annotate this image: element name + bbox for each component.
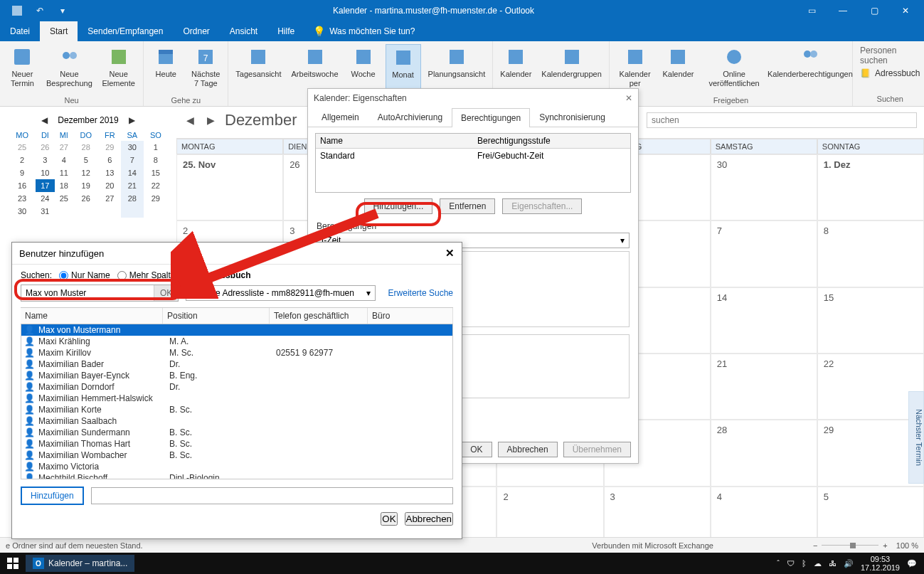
mini-cal-day[interactable]: 16 [9,179,36,192]
list-item[interactable]: 👤 Maximo Victoria [21,461,452,472]
col-telefon[interactable]: Telefon geschäftlich [270,308,368,324]
mini-cal-day[interactable]: 28 [73,141,99,154]
adduser-close-icon[interactable]: ✕ [445,247,455,260]
list-item[interactable]: 👤 Maximilian Thomas HartB. Sc. [21,438,452,450]
btn-neuer-termin[interactable]: Neuer Termin [4,44,41,96]
list-item[interactable]: 👤 Maximilian Bayer-EynckB. Eng. [21,370,452,381]
mini-cal-day[interactable]: 25 [55,192,73,205]
calendar-cell[interactable]: 21 [711,354,817,420]
close-icon[interactable]: ✕ [890,0,921,21]
col-position[interactable]: Position [163,308,270,324]
tray-clock[interactable]: 09:53 17.12.2019 [861,555,900,572]
mini-cal-day[interactable] [55,205,73,218]
tray-notifications-icon[interactable]: 💬 [907,559,917,568]
mini-cal-day[interactable]: 24 [36,192,54,205]
tray-bluetooth-icon[interactable]: ᛒ [802,559,807,568]
list-item[interactable]: 👤 Maxi KrählingM. A. [21,336,452,347]
calendar-cell[interactable]: 8 [817,220,924,287]
props-ok-button[interactable]: OK [461,442,492,457]
mini-cal-day[interactable]: 13 [98,166,121,179]
tab-datei[interactable]: Datei [0,21,40,41]
adressbuch[interactable]: 📒Adressbuch [860,68,920,78]
mini-cal-day[interactable]: 5 [73,154,99,166]
list-item[interactable]: 👤 Maximilian KorteB. Sc. [21,404,452,415]
list-item[interactable]: 👤 Mechthild BischoffDipl.-Biologin [21,472,452,479]
zoom-out-icon[interactable]: − [813,541,817,550]
calendar-cell[interactable]: 7 [711,220,817,287]
list-item[interactable]: 👤 Maxim KirillovM. Sc.02551 9 62977 [21,347,452,358]
cal-next[interactable]: ▶ [204,115,218,126]
mini-calendar-table[interactable]: MODIMIDOFRSASO 2526272829301234567891011… [9,129,168,218]
calendar-cell[interactable]: 28 [711,420,817,486]
btn-kalenderberechtigungen[interactable]: Kalenderberechtigungen [772,44,848,96]
adduser-hinzufuegen-button[interactable]: Hinzufügen [21,487,84,505]
taskbar-outlook-button[interactable]: OKalender – martina... [26,555,134,572]
mini-cal-day[interactable]: 15 [144,166,168,179]
adduser-results-list[interactable]: 👤 Max von Mustermann👤 Maxi KrählingM. A.… [21,324,453,479]
mini-cal-day[interactable] [144,205,168,218]
tab-hilfe[interactable]: Hilfe [267,21,304,41]
mini-cal-day[interactable]: 31 [36,205,54,218]
mini-cal-day[interactable]: 17 [36,179,54,192]
quick-save-icon[interactable] [9,2,26,19]
start-button[interactable] [0,553,26,574]
mini-cal-day[interactable]: 19 [73,179,99,192]
mini-cal-day[interactable]: 30 [121,141,144,154]
props-abbrechen-button[interactable]: Abbrechen [498,442,558,457]
mini-cal-day[interactable]: 14 [121,166,144,179]
permissions-table[interactable]: Name Berechtigungsstufe Standard Frei/Ge… [315,133,631,193]
minimize-icon[interactable]: — [827,0,859,21]
mini-cal-day[interactable]: 1 [144,141,168,154]
mini-cal-day[interactable]: 22 [144,179,168,192]
mini-cal-day[interactable]: 11 [55,166,73,179]
list-item[interactable]: 👤 Maximilian Hemmert-Halswick [21,393,452,404]
mini-cal-day[interactable]: 29 [144,192,168,205]
tab-start[interactable]: Start [40,21,78,41]
props-tab-synchronisierung[interactable]: Synchronisierung [530,107,615,127]
mini-cal-day[interactable]: 23 [9,192,36,205]
mini-cal-day[interactable]: 25 [9,141,36,154]
mini-cal-next[interactable]: ▶ [123,115,141,125]
tray-shield-icon[interactable]: 🛡 [787,559,795,568]
adressbuch-select[interactable]: Globale Adressliste - mm882911@fh-muen▾ [186,285,375,301]
tell-me[interactable]: 💡 Was möchten Sie tun? [304,21,415,41]
mini-cal-day[interactable]: 20 [98,179,121,192]
mini-cal-day[interactable]: 12 [73,166,99,179]
props-tab-berechtigungen[interactable]: Berechtigungen [452,108,530,127]
btn-kalender-freigeben[interactable]: Kalender [660,44,696,96]
props-close-icon[interactable]: ✕ [625,93,632,103]
list-item[interactable]: 👤 Maximilian SundermannB. Sc. [21,427,452,438]
mini-cal-day[interactable]: 28 [121,192,144,205]
adduser-abbrechen-button[interactable]: Abbrechen [405,512,453,526]
tab-ansicht[interactable]: Ansicht [220,21,267,41]
list-item[interactable]: 👤 Max von Mustermann [21,324,452,336]
mini-cal-day[interactable] [121,205,144,218]
btn-online-veroeffentlichen[interactable]: Online veröffentlichen [700,44,768,96]
tray-network-icon[interactable]: 🖧 [829,559,837,568]
mini-cal-day[interactable]: 7 [121,154,144,166]
tab-ordner[interactable]: Ordner [173,21,219,41]
undo-icon[interactable]: ↶ [31,2,48,19]
calendar-cell[interactable]: 30 [711,154,817,220]
perm-row-standard[interactable]: Standard Frei/Gebucht-Zeit [316,149,630,163]
mini-cal-day[interactable]: 30 [9,205,36,218]
mini-cal-day[interactable]: 6 [98,154,121,166]
list-item[interactable]: 👤 Maximilian WombacherB. Sc. [21,450,452,461]
adduser-target-field[interactable] [91,487,453,504]
maximize-icon[interactable]: ▢ [859,0,890,21]
btn-heute[interactable]: Heute [148,44,184,96]
mini-cal-day[interactable] [98,205,121,218]
personen-suchen[interactable]: Personen suchen [860,46,920,65]
naechster-termin-tab[interactable]: Nächster Termin [908,391,924,484]
props-entfernen-button[interactable]: Entfernen [440,198,495,214]
qat-more-icon[interactable]: ▾ [54,2,71,19]
list-item[interactable]: 👤 Maximilian DorndorfDr. [21,381,452,393]
mini-cal-day[interactable]: 4 [55,154,73,166]
btn-neue-elemente[interactable]: Neue Elemente [98,44,139,96]
mini-cal-day[interactable] [73,205,99,218]
mini-cal-day[interactable]: 3 [36,154,54,166]
tray-onedrive-icon[interactable]: ☁ [814,559,822,568]
props-tab-allgemein[interactable]: Allgemein [312,107,368,127]
calendar-cell[interactable]: 15 [817,287,924,354]
btn-naechste-7-tage[interactable]: 7Nächste 7 Tage [188,44,223,96]
